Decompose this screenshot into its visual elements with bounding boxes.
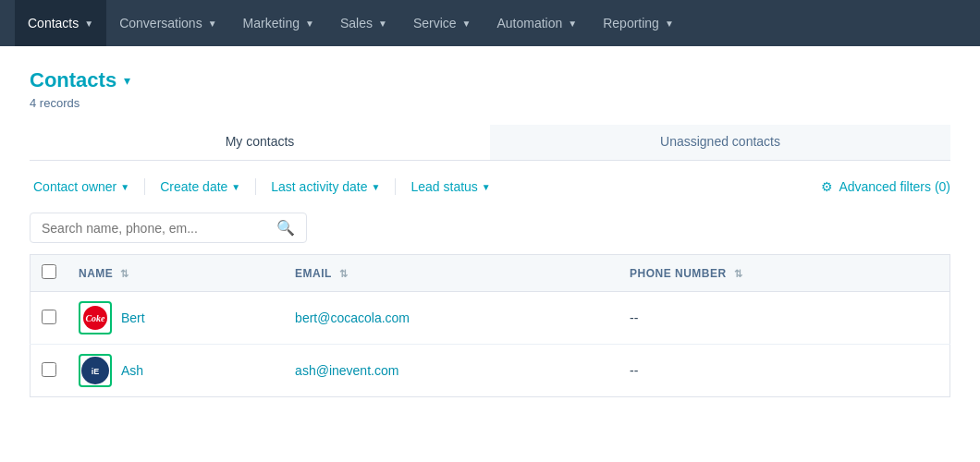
create-date-filter[interactable]: Create date ▼	[156, 176, 244, 198]
nav-item-service[interactable]: Service ▼	[400, 0, 484, 46]
contact-owner-chevron: ▼	[120, 182, 129, 192]
email-column-header: EMAIL ⇅	[284, 255, 619, 292]
name-sort-icon[interactable]: ⇅	[120, 268, 129, 279]
contact-name-cell: Coke Bert	[67, 292, 284, 345]
record-count: 4 records	[30, 96, 950, 110]
tab-my-contacts[interactable]: My contacts	[30, 125, 490, 160]
contacts-table: NAME ⇅ EMAIL ⇅ PHONE NUMBER ⇅ Coke Bertb…	[30, 254, 950, 397]
svg-text:Coke: Coke	[85, 313, 105, 323]
service-nav-chevron: ▼	[462, 18, 472, 29]
contact-email-link[interactable]: ash@inevent.com	[295, 363, 398, 378]
nav-item-automation[interactable]: Automation ▼	[484, 0, 590, 46]
table-row: Coke Bertbert@cocacola.com--	[31, 292, 950, 345]
search-input[interactable]	[42, 221, 276, 236]
contact-phone-value: --	[630, 310, 638, 325]
select-all-cell	[31, 255, 68, 292]
page-content: Contacts ▾ 4 records My contacts Unassig…	[0, 46, 980, 419]
contact-phone-cell: --	[619, 345, 949, 397]
contact-avatar: Coke	[79, 301, 112, 334]
search-icon[interactable]: 🔍	[276, 219, 295, 237]
inevent-logo: iE	[81, 357, 109, 384]
page-title-chevron[interactable]: ▾	[124, 73, 130, 88]
svg-text:iE: iE	[92, 367, 100, 376]
search-row: 🔍	[30, 213, 950, 243]
filter-separator-1	[144, 178, 145, 195]
sales-nav-chevron: ▼	[378, 18, 387, 29]
filter-row: Contact owner ▼ Create date ▼ Last activ…	[30, 176, 950, 198]
search-box: 🔍	[30, 213, 307, 243]
contacts-tabs: My contacts Unassigned contacts	[30, 125, 950, 161]
automation-nav-chevron: ▼	[568, 18, 577, 29]
table-header: NAME ⇅ EMAIL ⇅ PHONE NUMBER ⇅	[31, 255, 950, 292]
lead-status-chevron: ▼	[482, 182, 491, 192]
name-column-header: NAME ⇅	[67, 255, 284, 292]
row-checkbox-cell	[31, 345, 68, 397]
page-title: Contacts	[30, 68, 116, 92]
advanced-filters-button[interactable]: ⚙ Advanced filters (0)	[821, 179, 950, 194]
table-body: Coke Bertbert@cocacola.com-- iE Ashash@i…	[31, 292, 950, 397]
contact-name-link[interactable]: Bert	[121, 310, 145, 325]
nav-item-marketing[interactable]: Marketing ▼	[230, 0, 327, 46]
phone-sort-icon[interactable]: ⇅	[734, 268, 743, 279]
filter-separator-3	[395, 178, 396, 195]
tab-unassigned-contacts[interactable]: Unassigned contacts	[490, 125, 950, 160]
filter-lines-icon: ⚙	[821, 179, 833, 194]
contact-phone-cell: --	[619, 292, 949, 345]
contact-email-cell: ash@inevent.com	[284, 345, 619, 397]
create-date-chevron: ▼	[231, 182, 240, 192]
nav-item-reporting[interactable]: Reporting ▼	[590, 0, 687, 46]
reporting-nav-chevron: ▼	[665, 18, 674, 29]
conversations-nav-chevron: ▼	[208, 18, 217, 29]
last-activity-chevron: ▼	[372, 182, 381, 192]
table-row: iE Ashash@inevent.com--	[31, 345, 950, 397]
contacts-nav-chevron: ▼	[84, 18, 93, 29]
phone-column-header: PHONE NUMBER ⇅	[619, 255, 949, 292]
marketing-nav-chevron: ▼	[305, 18, 314, 29]
contact-email-cell: bert@cocacola.com	[284, 292, 619, 345]
contact-owner-filter[interactable]: Contact owner ▼	[30, 176, 133, 198]
contact-email-link[interactable]: bert@cocacola.com	[295, 310, 410, 325]
contact-avatar: iE	[79, 354, 112, 387]
lead-status-filter[interactable]: Lead status ▼	[407, 176, 494, 198]
contact-name-link[interactable]: Ash	[121, 363, 143, 378]
nav-item-sales[interactable]: Sales ▼	[327, 0, 400, 46]
row-1-checkbox[interactable]	[42, 362, 56, 377]
page-title-row: Contacts ▾	[30, 68, 950, 92]
contact-name-cell: iE Ash	[67, 345, 284, 397]
row-0-checkbox[interactable]	[42, 310, 56, 324]
main-nav: Contacts ▼ Conversations ▼ Marketing ▼ S…	[0, 0, 980, 46]
nav-item-conversations[interactable]: Conversations ▼	[106, 0, 229, 46]
last-activity-filter[interactable]: Last activity date ▼	[267, 176, 384, 198]
nav-item-contacts[interactable]: Contacts ▼	[15, 0, 106, 46]
filter-separator-2	[255, 178, 256, 195]
email-sort-icon[interactable]: ⇅	[339, 268, 349, 279]
row-checkbox-cell	[31, 292, 68, 345]
contact-phone-value: --	[630, 363, 638, 378]
select-all-checkbox[interactable]	[42, 264, 56, 279]
